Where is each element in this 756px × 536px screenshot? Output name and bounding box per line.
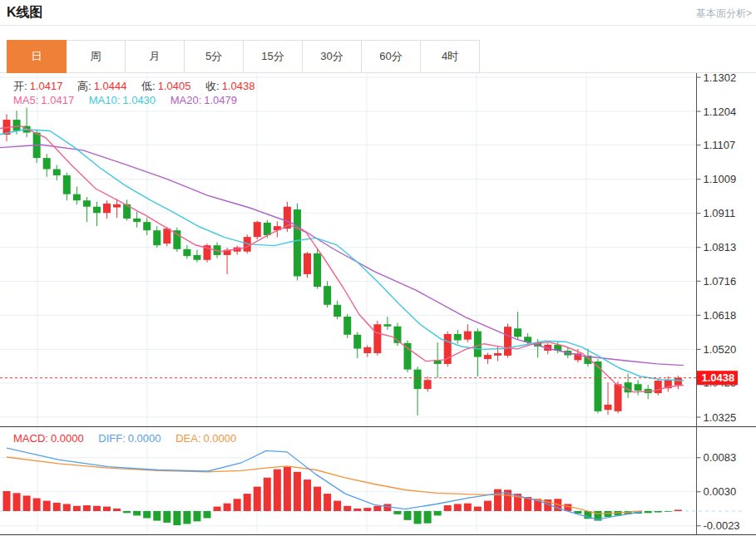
- macd-bar: [474, 507, 482, 511]
- close-label: 收:: [205, 80, 220, 92]
- macd-bar: [264, 478, 271, 511]
- candle-body: [254, 222, 261, 237]
- candle-body: [343, 317, 351, 335]
- open-label: 开:: [13, 80, 27, 92]
- candle-body: [43, 158, 51, 169]
- macd-bar: [13, 493, 21, 511]
- tab-week[interactable]: 周: [66, 40, 126, 73]
- macd-readout: MACD:0.0000 DIFF:0.0000 DEA:0.0000: [13, 432, 239, 445]
- candle-body: [13, 120, 21, 130]
- high-label: 高:: [77, 80, 91, 92]
- macd-bar: [353, 509, 361, 511]
- candle-body: [113, 204, 121, 208]
- macd-bar: [674, 509, 682, 511]
- ma5-line: [0, 126, 684, 392]
- macd-bar: [605, 511, 612, 517]
- macd-bar: [214, 507, 221, 511]
- candle-body: [615, 384, 622, 411]
- candle-body: [504, 327, 511, 356]
- macd-bar: [645, 511, 652, 513]
- macd-bar: [234, 499, 241, 511]
- macd-bar: [363, 508, 371, 511]
- candle-body: [635, 384, 642, 391]
- fundamental-analysis-link[interactable]: 基本面分析>: [696, 7, 752, 21]
- candle-body: [414, 370, 422, 389]
- candle-body: [103, 204, 111, 213]
- candle-body: [183, 249, 190, 256]
- ma20-line: [0, 145, 684, 365]
- macd-bar: [424, 511, 432, 524]
- page-title: K线图: [7, 4, 43, 22]
- candle-body: [674, 378, 682, 386]
- macd-bar: [414, 511, 422, 524]
- tab-4hour[interactable]: 4时: [420, 40, 480, 73]
- tab-month[interactable]: 月: [125, 40, 185, 73]
- macd-bar: [304, 479, 311, 511]
- ma10-line: [0, 130, 684, 381]
- candle-body: [373, 324, 381, 353]
- macd-bar: [113, 509, 121, 511]
- tab-15min[interactable]: 15分: [243, 40, 303, 73]
- price-axis-label: 1.1107: [704, 139, 736, 151]
- candle-body: [153, 230, 161, 245]
- candle-body: [314, 253, 321, 287]
- macd-bar: [464, 504, 472, 511]
- macd-bar: [494, 489, 502, 511]
- candle-body: [474, 332, 482, 357]
- candle-body: [334, 305, 341, 317]
- macd-bar: [294, 472, 301, 511]
- macd-bar: [434, 511, 442, 515]
- macd-bar: [373, 506, 381, 511]
- candle-body: [484, 355, 492, 359]
- candle-body: [404, 343, 412, 370]
- macd-bar: [224, 504, 231, 511]
- macd-axis-label: 0.0030: [704, 485, 737, 498]
- macd-bar: [53, 503, 61, 511]
- macd-bar: [63, 504, 71, 511]
- candle-body: [73, 194, 81, 201]
- macd-bar: [23, 495, 31, 511]
- candle-body: [163, 229, 170, 243]
- macd-bar: [444, 505, 452, 511]
- macd-bar: [383, 504, 391, 511]
- price-axis-label: 1.0813: [704, 241, 737, 253]
- candle-body: [63, 175, 71, 194]
- dea-label: DEA:: [175, 432, 200, 445]
- macd-bar: [3, 491, 11, 511]
- kline-macd-chart-canvas[interactable]: 1.13021.12041.11071.10091.09111.08131.07…: [0, 73, 756, 536]
- price-axis-label: 1.0618: [704, 309, 737, 322]
- tab-30min[interactable]: 30分: [302, 40, 362, 73]
- price-axis-label: 1.0716: [704, 275, 737, 288]
- macd-bar: [454, 504, 462, 511]
- candle-body: [605, 405, 612, 410]
- macd-bar: [153, 511, 161, 521]
- macd-bar: [143, 511, 151, 519]
- macd-bar: [103, 507, 111, 511]
- high-value: 1.0444: [94, 80, 127, 92]
- low-label: 低:: [141, 80, 156, 92]
- price-axis-label: 1.0911: [704, 207, 736, 219]
- tab-5min[interactable]: 5分: [184, 40, 244, 73]
- macd-bar: [324, 494, 331, 511]
- macd-bar: [393, 511, 401, 514]
- tab-60min[interactable]: 60分: [361, 40, 421, 73]
- candle-body: [494, 353, 502, 356]
- macd-bar: [73, 506, 81, 511]
- ohlc-readout: 开:1.0417 高:1.0444 低:1.0405 收:1.0438: [13, 79, 257, 94]
- macd-bar: [123, 511, 131, 513]
- candle-body: [83, 200, 91, 207]
- macd-bar: [254, 487, 261, 511]
- macd-axis-label: 0.0083: [704, 451, 737, 464]
- open-value: 1.0417: [30, 80, 63, 92]
- ma10-label: MA10:: [89, 94, 121, 106]
- price-axis-label: 1.1302: [704, 73, 737, 84]
- current-price-badge-label: 1.0438: [702, 371, 735, 384]
- candle-body: [655, 381, 662, 393]
- candle-body: [454, 334, 462, 341]
- candle-body: [424, 380, 432, 389]
- ma5-label: MA5:: [13, 94, 38, 106]
- ma20-value: 1.0479: [204, 94, 237, 106]
- tab-day[interactable]: 日: [7, 40, 67, 73]
- macd-bar: [193, 511, 200, 521]
- candle-body: [304, 253, 311, 274]
